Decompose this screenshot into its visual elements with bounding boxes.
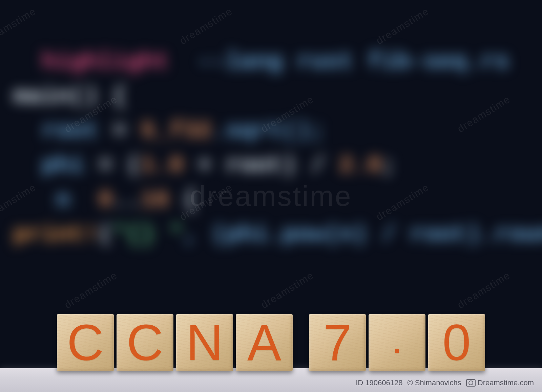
wooden-block-row: C C N A 7 . 0 [57,314,485,371]
code-token [70,187,99,213]
wooden-block-letter: A [236,314,293,371]
copyright-author: © Shimanovichs [407,378,461,387]
code-token: n [56,187,70,213]
wooden-block-letter: C [57,314,114,371]
code-token: root [42,118,99,144]
stock-brand-logo: Dreamstime.com [466,378,534,387]
code-token: 5_f32 [141,118,212,144]
attribution-bar: ID 190606128 © Shimanovichs Dreamstime.c… [356,378,534,387]
code-token: , (phi.pow(n) / root).round() [184,221,542,247]
block-group-word: C C N A [57,314,293,371]
code-token: main() { [14,83,127,109]
code-token: = ( [84,152,141,178]
code-token: highlight [42,49,169,75]
code-token: ( [99,221,113,247]
code-token: 16 [141,187,169,213]
wooden-block-digit: 0 [428,314,485,371]
code-token: = [99,118,141,144]
wooden-block-letter: N [176,314,233,371]
code-token: 2.0 [339,152,382,178]
code-token: "{} " [113,221,184,247]
code-token: phi [42,152,84,178]
code-token: { [169,187,198,213]
code-token: .sqrt(); [212,118,325,144]
code-token: + root) / [184,152,339,178]
code-token: .. [113,187,141,213]
wooden-block-dot: . [369,314,425,371]
brand-name: Dreamstime.com [478,378,534,387]
code-token: 1.0 [141,152,183,178]
code-token: 0 [99,187,113,213]
code-token: --lang rust fib-seq.rs [198,49,509,75]
block-group-version: 7 . 0 [309,314,485,371]
image-id: ID 190606128 [356,378,402,387]
code-token: ; [382,152,396,178]
code-token: print! [14,221,99,247]
camera-icon [466,379,476,387]
wooden-block-digit: 7 [309,314,366,371]
wooden-block-letter: C [117,314,173,371]
